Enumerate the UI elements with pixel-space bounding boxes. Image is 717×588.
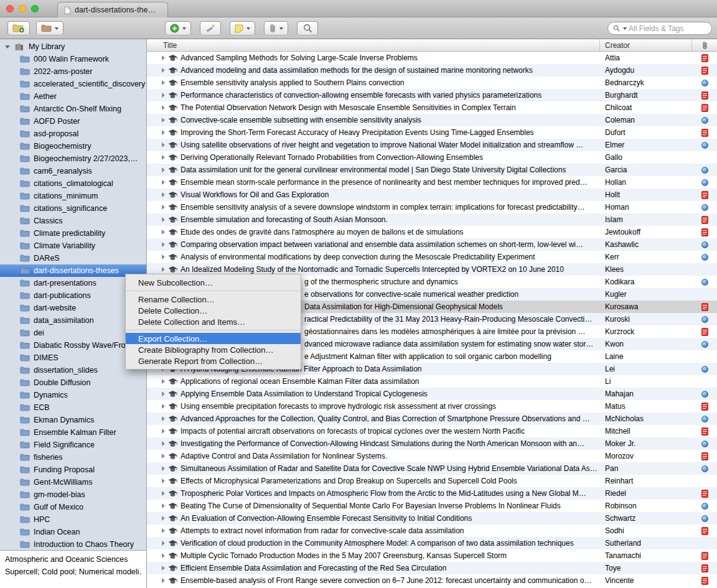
- expand-triangle-icon[interactable]: [162, 454, 165, 459]
- menu-item[interactable]: New Subcollection…: [126, 277, 301, 288]
- expand-triangle-icon[interactable]: [162, 416, 165, 421]
- minimize-button[interactable]: [19, 5, 26, 12]
- sidebar-collection[interactable]: dart-presentations: [0, 277, 146, 289]
- sidebar-collection[interactable]: Gulf of Mexico: [0, 501, 146, 513]
- sidebar-collection[interactable]: Climate Variability: [0, 240, 146, 252]
- item-row[interactable]: Improving the Short-Term Forecast Accura…: [147, 126, 717, 139]
- item-row[interactable]: Analysis of environmental modifications …: [147, 251, 717, 263]
- sidebar-collection[interactable]: cam6_reanalysis: [0, 165, 146, 177]
- sidebar-collection[interactable]: gm-model-bias: [0, 488, 146, 501]
- item-row[interactable]: Simultaneous Assimilation of Radar and S…: [147, 462, 717, 475]
- expand-triangle-icon[interactable]: [162, 93, 165, 98]
- item-row[interactable]: Applications of regional ocean Ensemble …: [147, 375, 717, 388]
- item-row[interactable]: Ensemble mean storm-scale performance in…: [147, 176, 717, 189]
- item-row[interactable]: Ensemble sensitivity analysis applied to…: [147, 77, 717, 89]
- item-row[interactable]: Adaptive Control and Data Assimilation f…: [147, 450, 717, 462]
- sidebar-collection[interactable]: citations_minimum: [0, 190, 146, 202]
- zoom-button[interactable]: [31, 5, 39, 12]
- add-by-identifier-button[interactable]: [200, 21, 221, 35]
- expand-triangle-icon[interactable]: [162, 491, 165, 496]
- expand-triangle-icon[interactable]: [162, 566, 165, 571]
- sidebar-collection[interactable]: dart-dissertations-theses: [0, 264, 146, 277]
- expand-triangle-icon[interactable]: [162, 80, 165, 85]
- sidebar-collection[interactable]: Funding Proposal: [0, 464, 146, 476]
- expand-triangle-icon[interactable]: [162, 105, 165, 110]
- item-row[interactable]: Effects of Microphysical Parameterizatio…: [147, 475, 717, 487]
- sidebar-collection[interactable]: fisheries: [0, 451, 146, 464]
- window-tab[interactable]: dart-dissertations-the…: [57, 2, 168, 17]
- expand-triangle-icon[interactable]: [162, 167, 165, 172]
- sidebar-collection[interactable]: 000 Walin Framework: [0, 53, 146, 65]
- expand-triangle-icon[interactable]: [162, 230, 165, 235]
- item-row[interactable]: Applying Ensemble Data Assimilation to U…: [147, 388, 717, 400]
- close-button[interactable]: [6, 5, 14, 12]
- menu-item[interactable]: Rename Collection…: [126, 294, 301, 305]
- sidebar-collection[interactable]: citations_significance: [0, 202, 146, 215]
- item-row[interactable]: Advanced modeling and data assimilation …: [147, 64, 717, 77]
- sidebar-collection[interactable]: Ensemble Kalman Filter: [0, 426, 146, 439]
- expand-triangle-icon[interactable]: [162, 118, 165, 123]
- sidebar-collection[interactable]: Biogeochemistry: [0, 140, 146, 152]
- expand-triangle-icon[interactable]: [162, 516, 165, 521]
- sidebar-collection[interactable]: HPC: [0, 513, 146, 526]
- sidebar-collection[interactable]: Indian Ocean: [0, 526, 146, 538]
- expand-triangle-icon[interactable]: [162, 180, 165, 185]
- expand-triangle-icon[interactable]: [162, 503, 165, 508]
- item-row[interactable]: Investigating the Performance of Convect…: [147, 437, 717, 450]
- item-row[interactable]: Advanced Sampling Methods for Solving La…: [147, 52, 717, 64]
- expand-triangle-icon[interactable]: [162, 242, 165, 247]
- sidebar-collection[interactable]: dart-publications: [0, 289, 146, 302]
- column-header-title[interactable]: Title: [147, 39, 600, 51]
- expand-triangle-icon[interactable]: [162, 55, 165, 60]
- expand-triangle-icon[interactable]: [162, 541, 165, 546]
- new-item-button[interactable]: [165, 21, 191, 35]
- sidebar-collection[interactable]: accelerated_scientific_discovery: [0, 78, 146, 90]
- sidebar-collection[interactable]: dart-website: [0, 302, 146, 314]
- menu-item[interactable]: Create Bibliography from Collection…: [126, 344, 301, 355]
- item-row[interactable]: Ensemble simulation and forecasting of S…: [147, 213, 717, 226]
- sidebar-collection[interactable]: data_assimilation: [0, 314, 146, 327]
- expand-triangle-icon[interactable]: [162, 142, 165, 147]
- expand-triangle-icon[interactable]: [162, 379, 165, 384]
- expand-triangle-icon[interactable]: [162, 404, 165, 409]
- search-input[interactable]: [629, 24, 706, 33]
- expand-triangle-icon[interactable]: [162, 155, 165, 160]
- tag-item[interactable]: Atmospheric and Oceanic Sciences: [5, 553, 141, 566]
- item-row[interactable]: Using satellite observations of river he…: [147, 139, 717, 151]
- expand-triangle-icon[interactable]: [162, 528, 165, 533]
- expand-triangle-icon[interactable]: [162, 217, 165, 222]
- group-libraries-button[interactable]: [36, 21, 63, 35]
- item-row[interactable]: Ensemble sensitivity analysis of a sever…: [147, 201, 717, 213]
- item-row[interactable]: Verification of cloud production in the …: [147, 537, 717, 549]
- sidebar-collection[interactable]: Biogeochemistry 2/27/2023,…: [0, 152, 146, 165]
- expand-triangle-icon[interactable]: [162, 68, 165, 73]
- sidebar-collection[interactable]: Ekman Dynamics: [0, 414, 146, 426]
- sidebar-collection[interactable]: Classics: [0, 215, 146, 227]
- expand-triangle-icon[interactable]: [162, 267, 165, 272]
- new-note-button[interactable]: [230, 21, 255, 35]
- sidebar-my-library[interactable]: My Library: [0, 40, 146, 53]
- sidebar-collection[interactable]: Climate predictability: [0, 227, 146, 240]
- sidebar-collection[interactable]: DAReS: [0, 252, 146, 264]
- sidebar-collection[interactable]: 2022-ams-poster: [0, 65, 146, 78]
- sidebar-collection[interactable]: Dynamics: [0, 389, 146, 401]
- column-header-creator[interactable]: Creator: [600, 39, 692, 51]
- expand-triangle-icon[interactable]: [162, 466, 165, 471]
- expand-triangle-icon[interactable]: [162, 130, 165, 135]
- sidebar-collection[interactable]: DIMES: [0, 352, 146, 364]
- advanced-search-button[interactable]: [297, 21, 318, 35]
- sidebar-collection[interactable]: asd-proposal: [0, 128, 146, 140]
- item-row[interactable]: Visual Workflows for Oil and Gas Explora…: [147, 189, 717, 201]
- item-row[interactable]: The Potential Observation Network Design…: [147, 101, 717, 114]
- expand-triangle-icon[interactable]: [162, 192, 165, 197]
- sidebar-collection[interactable]: AOFD Poster: [0, 115, 146, 128]
- item-row[interactable]: Deriving Operationally Relevant Tornado …: [147, 151, 717, 164]
- expand-triangle-icon[interactable]: [162, 205, 165, 210]
- tag-item[interactable]: Supercell; Cold pool; Numerical modeli…: [5, 566, 141, 578]
- item-row[interactable]: Multiple Cyclic Tornado Production Modes…: [147, 549, 717, 562]
- sidebar-collection[interactable]: Antarctic On-Shelf Mixing: [0, 103, 146, 115]
- sidebar-collection[interactable]: Introduction to Chaos Theory: [0, 538, 146, 550]
- column-header-attachment[interactable]: [692, 39, 717, 51]
- item-row[interactable]: Comparing observation impact between var…: [147, 238, 717, 251]
- item-row[interactable]: Data assimilation unit for the general c…: [147, 164, 717, 176]
